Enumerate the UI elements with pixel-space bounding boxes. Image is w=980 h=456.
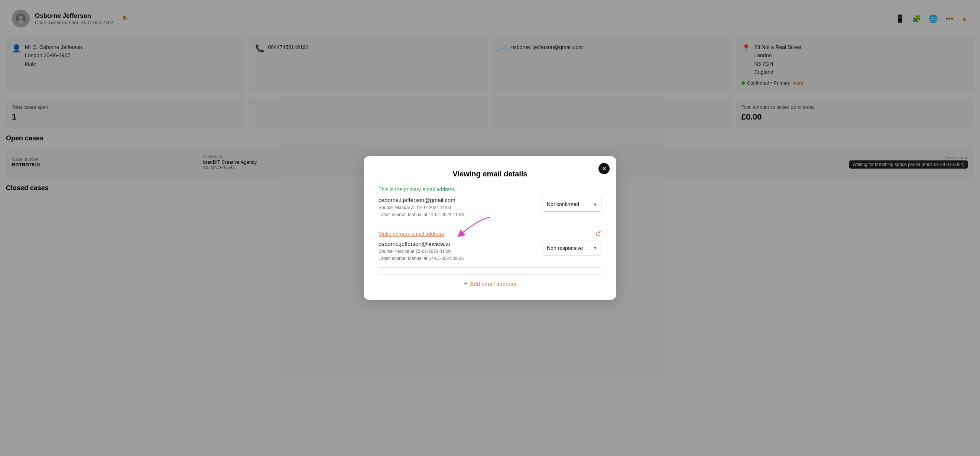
divider-1 <box>379 224 601 224</box>
plus-icon: + <box>464 280 468 288</box>
email-source-2: Source: Invoice at 15-01-2023 01:00 Late… <box>379 248 536 262</box>
email-info-1: osborne.l.jefferson@gmail.com Source: Ma… <box>379 197 536 218</box>
make-primary-link[interactable]: Make primary email address <box>379 231 444 237</box>
chevron-down-icon-1: ▾ <box>594 202 597 207</box>
email-status-dropdown-2[interactable]: Non responsive ▾ <box>542 241 601 256</box>
add-email-label: Add email address <box>470 281 516 287</box>
email-source-1: Source: Manual at 14-01-2024 11:03 Lates… <box>379 204 536 218</box>
add-email-button[interactable]: + Add email address <box>464 280 516 288</box>
email-row-2: osborne.jefferson@finview.ai Source: Inv… <box>379 241 601 262</box>
email-status-value-2: Non responsive <box>547 245 583 251</box>
email-entry-1: osborne.l.jefferson@gmail.com Source: Ma… <box>379 197 601 218</box>
email-address-1: osborne.l.jefferson@gmail.com <box>379 197 536 203</box>
add-email-row: + Add email address <box>379 275 601 288</box>
primary-email-label: This is the primary email address <box>379 186 601 192</box>
email-row-1: osborne.l.jefferson@gmail.com Source: Ma… <box>379 197 601 218</box>
modal-close-button[interactable]: ✕ <box>598 163 609 174</box>
divider-2 <box>379 267 601 268</box>
email-address-2: osborne.jefferson@finview.ai <box>379 241 536 247</box>
modal-overlay: ✕ Viewing email details This is the prim… <box>0 0 980 456</box>
email-info-2: osborne.jefferson@finview.ai Source: Inv… <box>379 241 536 262</box>
email-details-modal: ✕ Viewing email details This is the prim… <box>364 156 616 300</box>
email-entry-2: osborne.jefferson@finview.ai Source: Inv… <box>379 241 601 262</box>
email-status-value-1: Not confirmed <box>547 201 579 207</box>
arrow-annotation <box>449 215 494 238</box>
email-status-dropdown-1[interactable]: Not confirmed ▾ <box>542 197 601 212</box>
close-icon: ✕ <box>602 165 607 172</box>
modal-title: Viewing email details <box>379 170 601 178</box>
make-primary-row: Make primary email address ↺ <box>379 229 601 238</box>
refresh-icon[interactable]: ↺ <box>595 229 601 238</box>
chevron-down-icon-2: ▾ <box>594 245 597 251</box>
